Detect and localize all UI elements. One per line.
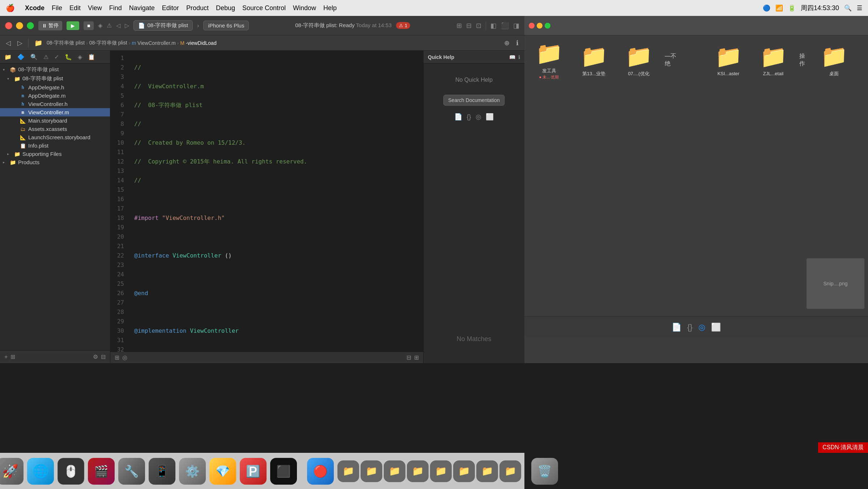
nav-left-icon[interactable]: ◁ xyxy=(116,22,120,29)
dock-xcode-tools[interactable]: 🔧 xyxy=(118,458,145,485)
rb-icon1[interactable]: 📄 xyxy=(672,323,681,332)
nav-settings-icon[interactable]: ⚙ xyxy=(93,353,98,360)
folder-dev-tools[interactable]: 📁 发工具● 未...·览期 xyxy=(527,38,571,82)
menu-file[interactable]: File xyxy=(52,4,62,12)
dock-terminal[interactable]: ⬛ xyxy=(270,458,297,485)
breadcrumb-project[interactable]: 08-字符串做 plist xyxy=(47,40,85,46)
dock-launchpad[interactable]: 🚀 xyxy=(0,458,24,485)
pause-button[interactable]: ⏸ 暂停 xyxy=(38,21,62,30)
maximize-button[interactable] xyxy=(27,22,34,29)
rb-icon2[interactable]: {} xyxy=(687,323,693,332)
layout-icon[interactable]: ⊞ xyxy=(456,22,462,30)
search-icon[interactable]: 🔍 xyxy=(844,4,852,12)
breakpoints-icon[interactable]: ◈ xyxy=(98,22,102,29)
tree-launch[interactable]: ▸ 📐 LaunchScreen.storyboard xyxy=(0,133,110,141)
menu-debug[interactable]: Debug xyxy=(216,4,235,12)
tree-root[interactable]: ▾ 📦 08-字符串做 plist xyxy=(0,65,110,74)
forward-button[interactable]: ▷ xyxy=(15,38,25,48)
dock-trash[interactable]: 🗑️ xyxy=(531,458,558,485)
expand-icon[interactable]: ⊞ xyxy=(414,354,419,361)
dock-item-extra8[interactable]: 📁 xyxy=(499,460,521,482)
dock-pockity[interactable]: 🅿️ xyxy=(240,458,267,485)
dock-sketch[interactable]: 💎 xyxy=(209,458,236,485)
folder-07[interactable]: 📁 07....(优化 xyxy=(617,38,660,82)
menu-window[interactable]: Window xyxy=(293,4,316,12)
dock-iphone-config[interactable]: 📱 xyxy=(149,458,175,485)
dock-mouse[interactable]: 🖱️ xyxy=(58,458,84,485)
dock-item-extra3[interactable]: 📁 xyxy=(384,460,405,482)
breadcrumb-file[interactable]: m ViewController.m xyxy=(132,40,175,46)
dock-item-extra4[interactable]: 📁 xyxy=(407,460,429,482)
folder-icon[interactable]: 📁 xyxy=(32,38,44,48)
report-nav-icon[interactable]: 📋 xyxy=(86,53,97,61)
folder-desktop[interactable]: 📁 桌面 xyxy=(812,38,856,82)
tree-assets[interactable]: ▸ 🗂 Assets.xcassets xyxy=(0,125,110,133)
file-icon-qh[interactable]: 📄 xyxy=(454,113,462,121)
rb-icon3[interactable]: ◎ xyxy=(698,323,705,332)
grid-view-icon[interactable]: ⊞ xyxy=(115,354,119,361)
tree-appdelegate-m[interactable]: ▸ m AppDelegate.m xyxy=(0,92,110,100)
breakpoint-nav-icon[interactable]: ◈ xyxy=(76,53,84,61)
tree-info-plist[interactable]: ▸ 📋 Info.plist xyxy=(0,141,110,150)
search-documentation-button[interactable]: Search Documentation xyxy=(443,95,504,106)
menu-icon[interactable]: ☰ xyxy=(857,4,862,12)
code-content[interactable]: // // ViewController.m // 08-字符串做 plist … xyxy=(128,51,423,352)
tree-viewcontroller-m[interactable]: ▸ m ViewController.m xyxy=(0,108,110,116)
find-nav-icon[interactable]: 🔍 xyxy=(29,53,39,61)
brackets-icon[interactable]: {} xyxy=(467,113,471,121)
filter-button[interactable]: ⊞ xyxy=(10,353,15,360)
dock-item-extra5[interactable]: 📁 xyxy=(430,460,452,482)
rs-max[interactable] xyxy=(545,23,550,29)
hide-panel-icon[interactable]: ℹ xyxy=(514,38,521,48)
tree-main-storyboard[interactable]: ▸ 📐 Main.storyboard xyxy=(0,116,110,125)
add-file-button[interactable]: + xyxy=(4,354,8,360)
apple-menu[interactable]: 🍎 xyxy=(6,4,15,12)
run-button[interactable]: ▶ xyxy=(67,21,79,30)
version-icon[interactable]: ⊡ xyxy=(476,22,481,30)
project-nav-icon[interactable]: 📁 xyxy=(3,53,13,61)
utilities-toggle[interactable]: ◨ xyxy=(513,22,519,30)
scheme-selector[interactable]: 📄 08-字符串做 plist xyxy=(133,20,193,31)
nav-layout-icon[interactable]: ⊟ xyxy=(101,353,106,360)
follow-icon[interactable]: ◎ xyxy=(122,354,127,361)
symbol-nav-icon[interactable]: 🔷 xyxy=(16,53,26,61)
debug-toggle[interactable]: ⬛ xyxy=(501,22,509,30)
dock-safari[interactable]: 🌐 xyxy=(27,458,54,485)
debug-nav-icon[interactable]: 🐛 xyxy=(63,53,73,61)
dock-sysprefs[interactable]: ⚙️ xyxy=(179,458,206,485)
issue-nav-icon[interactable]: ⚠ xyxy=(42,53,50,61)
folder-13[interactable]: 📁 第13...业垫 xyxy=(572,38,616,82)
menu-help[interactable]: Help xyxy=(323,4,337,12)
dock-photoshow[interactable]: 🎬 xyxy=(88,458,115,485)
menu-view[interactable]: View xyxy=(88,4,102,12)
menu-navigate[interactable]: Navigate xyxy=(129,4,155,12)
menu-xcode[interactable]: Xcode xyxy=(25,4,44,12)
breadcrumb-symbol[interactable]: M -viewDidLoad xyxy=(180,40,216,46)
minimize-button[interactable] xyxy=(16,22,23,29)
stop-button[interactable]: ■ xyxy=(84,21,94,30)
book-icon[interactable]: 📖 xyxy=(509,54,515,60)
editor-scroll[interactable]: 123 456 789 101112 131415 161718 192021 … xyxy=(110,51,423,352)
tree-sub[interactable]: ▾ 📁 08-字符串做 plist xyxy=(0,74,110,83)
device-selector[interactable]: iPhone 6s Plus xyxy=(203,21,249,30)
back-button[interactable]: ◁ xyxy=(4,38,13,48)
menu-find[interactable]: Find xyxy=(109,4,122,12)
tree-products[interactable]: ▸ 📁 Products xyxy=(0,158,110,166)
open-related-icon[interactable]: ⊕ xyxy=(502,38,512,48)
dock-item-extra2[interactable]: 📁 xyxy=(361,460,382,482)
menu-product[interactable]: Product xyxy=(186,4,209,12)
dock-item-extra7[interactable]: 📁 xyxy=(476,460,498,482)
dock-qqvideo[interactable]: 🔴 xyxy=(307,458,334,485)
assistant-icon[interactable]: ⊟ xyxy=(466,22,472,30)
menu-edit[interactable]: Edit xyxy=(69,4,81,12)
folder-zjl[interactable]: 📁 ZJL...etail xyxy=(752,38,795,82)
rb-icon4[interactable]: ⬜ xyxy=(711,323,721,332)
tree-supporting[interactable]: ▸ 📁 Supporting Files xyxy=(0,150,110,158)
menu-source-control[interactable]: Source Control xyxy=(242,4,286,12)
square-icon[interactable]: ⬜ xyxy=(486,113,494,121)
navigator-toggle[interactable]: ◧ xyxy=(490,22,497,30)
dock-item-extra1[interactable]: 📁 xyxy=(337,460,359,482)
close-button[interactable] xyxy=(5,22,12,29)
tree-appdelegate-h[interactable]: ▸ h AppDelegate.h xyxy=(0,83,110,92)
test-nav-icon[interactable]: ✓ xyxy=(53,53,60,61)
